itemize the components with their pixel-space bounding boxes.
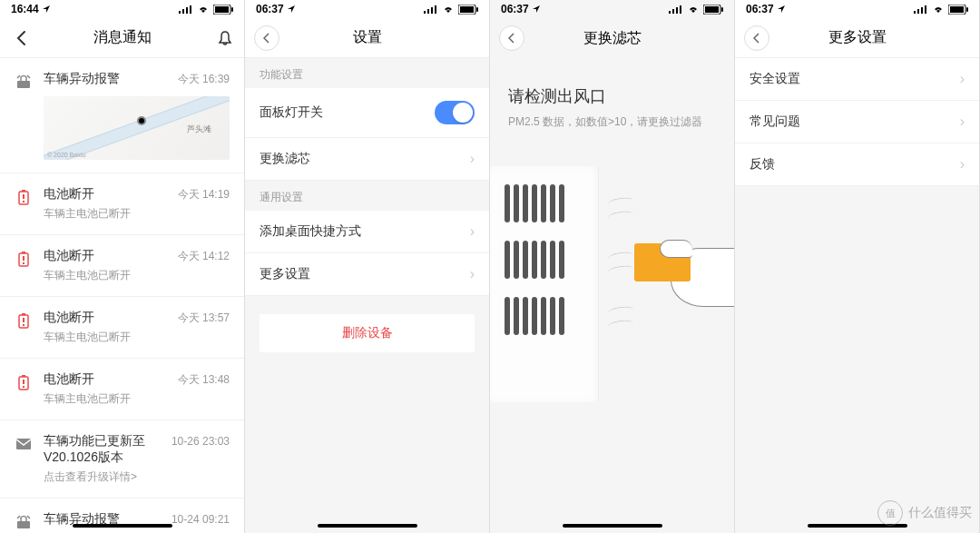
map-copyright: © 2020 Baidu: [47, 152, 86, 158]
home-indicator[interactable]: [563, 524, 662, 528]
svg-rect-34: [672, 9, 674, 14]
alarm-icon: [15, 513, 33, 531]
more-settings-content: 安全设置 › 常见问题 › 反馈 ›: [735, 58, 979, 533]
setting-label: 安全设置: [750, 71, 800, 87]
map-preview[interactable]: 芦头滩 © 2020 Baidu: [44, 96, 230, 160]
setting-add-shortcut[interactable]: 添加桌面快捷方式 ›: [245, 211, 489, 253]
svg-rect-15: [23, 262, 24, 264]
notification-title: 电池断开: [44, 186, 94, 202]
notification-item[interactable]: 车辆异动报警 10-24 09:21: [0, 498, 244, 533]
back-button[interactable]: [744, 25, 769, 51]
svg-rect-36: [680, 5, 681, 14]
home-indicator[interactable]: [73, 524, 172, 528]
notification-time: 10-24 09:21: [172, 513, 230, 526]
svg-rect-33: [669, 11, 671, 14]
notification-time: 今天 13:48: [178, 372, 230, 388]
status-indicators: [179, 5, 233, 15]
setting-security[interactable]: 安全设置 ›: [735, 58, 979, 101]
home-indicator[interactable]: [318, 524, 417, 528]
status-bar: 06:37: [735, 0, 979, 18]
nav-bar: 更换滤芯: [490, 18, 734, 58]
battery-icon: [213, 5, 233, 15]
svg-rect-32: [476, 7, 478, 12]
notification-item[interactable]: 电池断开 今天 14:12 车辆主电池已断开: [0, 235, 244, 297]
back-button[interactable]: [499, 25, 524, 51]
mail-icon: [15, 435, 33, 453]
svg-rect-26: [424, 11, 426, 14]
nav-bar: 设置: [245, 18, 489, 58]
svg-rect-9: [22, 190, 25, 192]
purifier-graphic: [490, 166, 599, 402]
battery-alert-icon: [15, 373, 33, 391]
wifi-icon: [197, 5, 210, 14]
nav-bar: 消息通知: [0, 18, 244, 58]
chevron-right-icon: ›: [470, 266, 475, 282]
setting-feedback[interactable]: 反馈 ›: [735, 143, 979, 186]
svg-rect-17: [22, 313, 25, 315]
status-time: 06:37: [501, 3, 529, 15]
setting-label: 面板灯开关: [260, 104, 323, 121]
svg-rect-39: [721, 7, 723, 12]
chevron-right-icon: ›: [960, 114, 965, 130]
svg-rect-5: [215, 6, 229, 13]
svg-rect-41: [917, 9, 919, 14]
notification-item[interactable]: 电池断开 今天 13:48 车辆主电池已断开: [0, 359, 244, 420]
battery-alert-icon: [15, 311, 33, 330]
bell-icon: [217, 30, 233, 46]
status-time: 16:44: [11, 3, 39, 15]
alarm-icon: [15, 73, 33, 91]
notification-title: 车辆异动报警: [44, 71, 120, 87]
notification-item[interactable]: 车辆异动报警 今天 16:39 芦头滩 © 2020 Baidu: [0, 58, 244, 173]
svg-rect-14: [23, 256, 24, 261]
signal-icon: [914, 5, 928, 14]
bell-button[interactable]: [217, 30, 233, 46]
delete-device-button[interactable]: 删除设备: [260, 314, 475, 352]
setting-panel-light[interactable]: 面板灯开关: [245, 88, 489, 138]
watermark-logo-icon: 值: [877, 500, 903, 526]
back-button[interactable]: [254, 25, 279, 51]
toggle-switch[interactable]: [435, 101, 475, 124]
instruction-desc: PM2.5 数据，如数值>10，请更换过滤器: [508, 114, 716, 130]
chevron-right-icon: ›: [960, 71, 965, 87]
wifi-icon: [687, 5, 700, 14]
svg-rect-6: [231, 7, 233, 12]
notification-desc: 车辆主电池已断开: [44, 206, 230, 222]
notification-item[interactable]: 电池断开 今天 14:19 车辆主电池已断开: [0, 173, 244, 235]
notification-list: 车辆异动报警 今天 16:39 芦头滩 © 2020 Baidu 电池断开 今天…: [0, 58, 244, 533]
back-button[interactable]: [9, 25, 34, 51]
svg-rect-43: [925, 5, 926, 14]
watermark: 值 什么值得买: [877, 500, 972, 526]
instruction-title: 请检测出风口: [508, 85, 716, 107]
notification-item[interactable]: 车辆功能已更新至 V20.1026版本 10-26 23:03 点击查看升级详情…: [0, 420, 244, 498]
hand-sensor-graphic: [634, 243, 734, 316]
setting-label: 常见问题: [750, 114, 800, 130]
setting-faq[interactable]: 常见问题 ›: [735, 101, 979, 143]
svg-rect-24: [16, 439, 31, 449]
svg-rect-46: [966, 7, 968, 12]
svg-rect-2: [186, 7, 188, 14]
map-pin-icon: [137, 116, 146, 125]
setting-replace-filter[interactable]: 更换滤芯 ›: [245, 138, 489, 181]
battery-icon: [703, 5, 723, 15]
svg-rect-31: [460, 6, 474, 13]
setting-label: 反馈: [750, 156, 775, 173]
wifi-icon: [932, 5, 945, 14]
setting-label: 更多设置: [260, 266, 310, 282]
status-bar: 06:37: [245, 0, 489, 18]
page-title: 更多设置: [828, 28, 887, 47]
svg-rect-42: [921, 7, 923, 14]
filter-illustration: [490, 166, 734, 402]
notification-time: 今天 14:12: [178, 249, 230, 264]
filter-content: 请检测出风口 PM2.5 数据，如数值>10，请更换过滤器: [490, 58, 734, 533]
location-icon: [532, 5, 541, 14]
notification-item[interactable]: 电池断开 今天 13:57 车辆主电池已断开: [0, 297, 244, 359]
chevron-right-icon: ›: [960, 156, 965, 173]
setting-more-settings[interactable]: 更多设置 ›: [245, 253, 489, 296]
notification-title: 车辆功能已更新至 V20.1026版本: [44, 433, 171, 466]
svg-rect-0: [179, 11, 181, 14]
section-header: 通用设置: [245, 181, 489, 211]
page-title: 消息通知: [93, 28, 152, 47]
map-location-label: 芦头滩: [187, 123, 211, 135]
phone-screen-settings: 06:37 设置 功能设置 面板灯开关 更换滤芯 › 通用设置 添加桌面快捷方式…: [245, 0, 490, 533]
svg-rect-21: [22, 375, 25, 377]
